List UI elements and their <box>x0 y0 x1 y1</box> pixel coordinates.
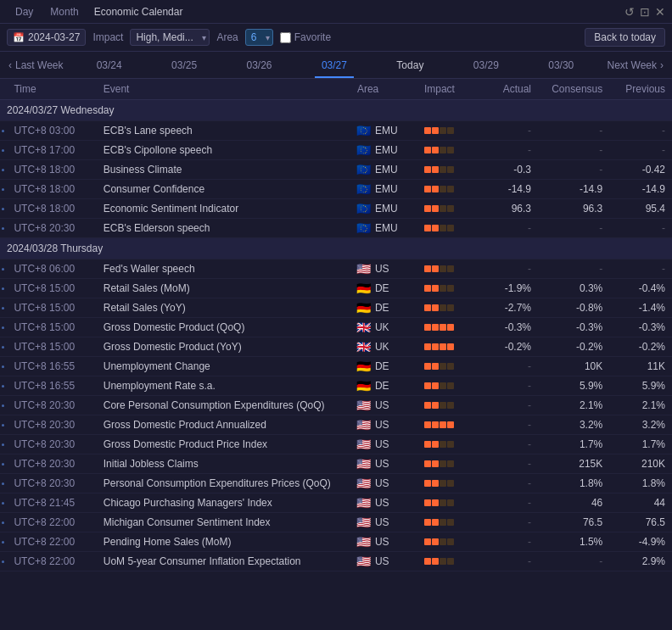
table-row[interactable]: UTC+8 15:00 Gross Domestic Product (QoQ)… <box>0 318 672 337</box>
table-row[interactable]: UTC+8 18:00 Economic Sentiment Indicator… <box>0 199 672 219</box>
app-title: Economic Calendar <box>94 6 183 18</box>
flag-icon: 🇺🇸 <box>357 557 371 566</box>
area-select[interactable]: 6 <box>245 29 273 46</box>
impact-bar <box>440 441 446 448</box>
favorite-label: Favorite <box>294 31 331 43</box>
event-area: 🇺🇸 US <box>350 454 417 474</box>
impact-bar <box>432 285 439 292</box>
impact-bar <box>432 127 439 134</box>
event-consensus: -0.3% <box>538 318 609 337</box>
event-name: Business Climate <box>97 160 350 180</box>
event-previous: - <box>609 219 672 238</box>
impact-bar <box>447 538 454 545</box>
event-consensus: - <box>538 259 609 279</box>
event-previous: -4.9% <box>609 532 672 552</box>
table-row[interactable]: UTC+8 15:00 Retail Sales (MoM) 🇩🇪 DE -1.… <box>0 279 672 298</box>
table-row[interactable]: UTC+8 18:00 Consumer Confidence 🇪🇺 EMU -… <box>0 180 672 199</box>
table-row[interactable]: UTC+8 20:30 ECB's Elderson speech 🇪🇺 EMU… <box>0 219 672 238</box>
event-impact <box>417 298 480 318</box>
event-consensus: - <box>538 121 609 141</box>
indicator-dot <box>2 149 4 152</box>
table-row[interactable]: UTC+8 22:00 UoM 5-year Consumer Inflatio… <box>0 552 672 571</box>
event-consensus: - <box>538 141 609 160</box>
table-row[interactable]: UTC+8 20:30 Gross Domestic Product Price… <box>0 435 672 454</box>
chevron-right-icon: › <box>660 59 664 71</box>
event-area: 🇩🇪 DE <box>350 376 417 396</box>
event-impact <box>417 199 480 219</box>
table-row[interactable]: UTC+8 20:30 Core Personal Consumption Ex… <box>0 396 672 415</box>
table-row[interactable]: UTC+8 21:45 Chicago Purchasing Managers'… <box>0 493 672 513</box>
day-tab-0330[interactable]: 03/30 <box>541 52 580 78</box>
next-week-button[interactable]: Next Week › <box>599 52 672 78</box>
day-tab-0326[interactable]: 03/26 <box>240 52 279 78</box>
indicator-dot <box>2 365 4 368</box>
event-consensus: 76.5 <box>538 513 609 532</box>
table-row[interactable]: UTC+8 22:00 Michigan Consumer Sentiment … <box>0 513 672 532</box>
event-actual: - <box>480 474 538 493</box>
favorite-checkbox[interactable] <box>280 32 291 43</box>
date-picker[interactable]: 📅 2024-03-27 <box>7 29 86 46</box>
event-area: 🇺🇸 US <box>350 493 417 513</box>
event-impact <box>417 121 480 141</box>
day-tab-0327[interactable]: 03/27 <box>315 52 354 78</box>
table-row[interactable]: UTC+8 22:00 Pending Home Sales (MoM) 🇺🇸 … <box>0 532 672 552</box>
flag-icon: 🇪🇺 <box>357 204 371 214</box>
event-consensus: - <box>538 552 609 571</box>
event-area: 🇺🇸 US <box>350 532 417 552</box>
event-time: UTC+8 15:00 <box>7 318 96 337</box>
prev-week-button[interactable]: ‹ Last Week <box>0 52 71 78</box>
impact-bar <box>447 363 454 370</box>
table-row[interactable]: UTC+8 20:30 Gross Domestic Product Annua… <box>0 415 672 435</box>
event-previous: - <box>609 141 672 160</box>
impact-bar <box>424 460 431 467</box>
day-tab-today[interactable]: Today <box>389 52 430 78</box>
col-time: Time <box>7 79 96 100</box>
table-row[interactable]: UTC+8 06:00 Fed's Waller speech 🇺🇸 US - … <box>0 259 672 279</box>
event-impact <box>417 532 480 552</box>
row-indicator <box>0 337 7 357</box>
event-impact <box>417 435 480 454</box>
table-row[interactable]: UTC+8 20:30 Initial Jobless Claims 🇺🇸 US… <box>0 454 672 474</box>
area-code: EMU <box>375 144 398 156</box>
event-name: Core Personal Consumption Expenditures (… <box>97 396 350 415</box>
table-row[interactable]: UTC+8 17:00 ECB's Cipollone speech 🇪🇺 EM… <box>0 141 672 160</box>
table-row[interactable]: UTC+8 03:00 ECB's Lane speech 🇪🇺 EMU - -… <box>0 121 672 141</box>
back-to-today-button[interactable]: Back to today <box>585 28 665 47</box>
event-area: 🇺🇸 US <box>350 396 417 415</box>
tab-month[interactable]: Month <box>42 4 87 20</box>
tab-day[interactable]: Day <box>7 4 42 20</box>
impact-select[interactable]: High, Medi... <box>130 29 210 46</box>
day-tab-0325[interactable]: 03/25 <box>165 52 204 78</box>
day-tab-0329[interactable]: 03/29 <box>467 52 506 78</box>
maximize-icon[interactable]: ⊡ <box>640 5 650 19</box>
event-area: 🇺🇸 US <box>350 259 417 279</box>
impact-bar <box>447 343 454 350</box>
table-row[interactable]: UTC+8 15:00 Gross Domestic Product (YoY)… <box>0 337 672 357</box>
close-icon[interactable]: ✕ <box>655 5 665 19</box>
event-time: UTC+8 16:55 <box>7 357 96 376</box>
event-consensus: 2.1% <box>538 396 609 415</box>
table-row[interactable]: UTC+8 20:30 Personal Consumption Expendi… <box>0 474 672 493</box>
row-indicator <box>0 298 7 318</box>
table-row[interactable]: UTC+8 15:00 Retail Sales (YoY) 🇩🇪 DE -2.… <box>0 298 672 318</box>
impact-bar <box>432 304 439 311</box>
flag-icon: 🇩🇪 <box>357 284 371 293</box>
favorite-checkbox-label[interactable]: Favorite <box>280 31 331 43</box>
row-indicator <box>0 435 7 454</box>
impact-bar <box>440 382 446 389</box>
event-actual: - <box>480 435 538 454</box>
event-impact <box>417 552 480 571</box>
impact-bar <box>440 499 446 506</box>
impact-bar <box>432 480 439 487</box>
row-indicator <box>0 474 7 493</box>
impact-bar <box>440 538 446 545</box>
row-indicator <box>0 219 7 238</box>
table-row[interactable]: UTC+8 16:55 Unemployment Change 🇩🇪 DE - … <box>0 357 672 376</box>
table-row[interactable]: UTC+8 18:00 Business Climate 🇪🇺 EMU -0.3… <box>0 160 672 180</box>
refresh-icon[interactable]: ↺ <box>624 5 635 19</box>
table-row[interactable]: UTC+8 16:55 Unemployment Rate s.a. 🇩🇪 DE… <box>0 376 672 396</box>
day-tab-0324[interactable]: 03/24 <box>90 52 129 78</box>
impact-bar <box>440 285 446 292</box>
impact-bar <box>424 147 431 153</box>
event-consensus: - <box>538 219 609 238</box>
